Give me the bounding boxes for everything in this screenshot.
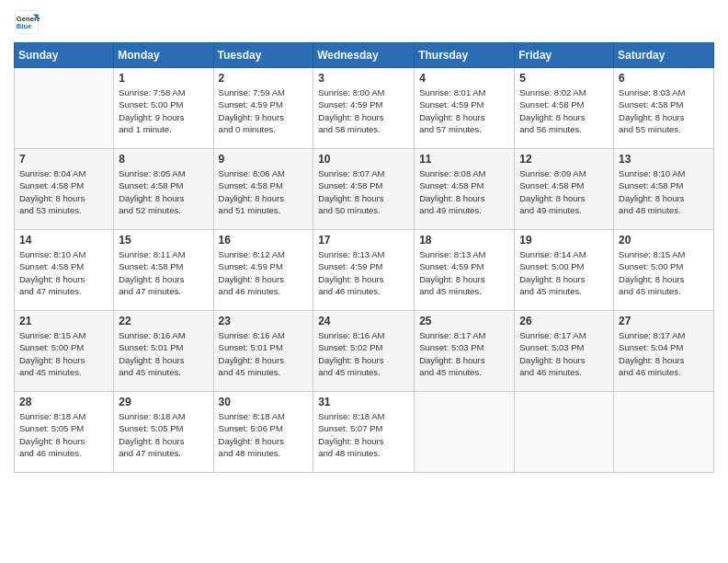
calendar-cell: 8Sunrise: 8:05 AM Sunset: 4:58 PM Daylig…: [114, 149, 213, 230]
day-number: 18: [419, 234, 509, 247]
day-number: 5: [519, 72, 609, 85]
calendar-week-row: 21Sunrise: 8:15 AM Sunset: 5:00 PM Dayli…: [15, 311, 714, 392]
calendar-cell: 10Sunrise: 8:07 AM Sunset: 4:58 PM Dayli…: [313, 149, 415, 230]
day-number: 19: [519, 234, 609, 247]
calendar-cell: 5Sunrise: 8:02 AM Sunset: 4:58 PM Daylig…: [515, 68, 614, 149]
day-number: 1: [119, 72, 208, 85]
calendar-cell: 20Sunrise: 8:15 AM Sunset: 5:00 PM Dayli…: [614, 230, 714, 311]
calendar-cell: 13Sunrise: 8:10 AM Sunset: 4:58 PM Dayli…: [614, 149, 714, 230]
day-number: 29: [119, 396, 208, 408]
day-info: Sunrise: 8:18 AM Sunset: 5:06 PM Dayligh…: [219, 410, 309, 459]
calendar-cell: 29Sunrise: 8:18 AM Sunset: 5:05 PM Dayli…: [114, 392, 213, 473]
page-header: General Blue: [14, 9, 714, 35]
svg-text:Blue: Blue: [17, 22, 32, 30]
calendar-week-row: 1Sunrise: 7:58 AM Sunset: 5:00 PM Daylig…: [15, 68, 714, 149]
calendar-cell: 26Sunrise: 8:17 AM Sunset: 5:03 PM Dayli…: [515, 311, 614, 392]
calendar-cell: 3Sunrise: 8:00 AM Sunset: 4:59 PM Daylig…: [313, 68, 415, 149]
day-number: 20: [619, 234, 709, 247]
day-info: Sunrise: 8:18 AM Sunset: 5:07 PM Dayligh…: [318, 410, 409, 459]
weekday-header-tuesday: Tuesday: [213, 43, 313, 68]
calendar-cell: 17Sunrise: 8:13 AM Sunset: 4:59 PM Dayli…: [313, 230, 415, 311]
day-info: Sunrise: 8:08 AM Sunset: 4:58 PM Dayligh…: [419, 167, 509, 216]
calendar-cell: 2Sunrise: 7:59 AM Sunset: 4:59 PM Daylig…: [213, 68, 313, 149]
day-number: 17: [318, 234, 409, 247]
day-info: Sunrise: 8:06 AM Sunset: 4:58 PM Dayligh…: [219, 167, 309, 216]
day-info: Sunrise: 8:18 AM Sunset: 5:05 PM Dayligh…: [119, 410, 208, 459]
day-info: Sunrise: 8:02 AM Sunset: 4:58 PM Dayligh…: [519, 86, 609, 135]
day-info: Sunrise: 8:17 AM Sunset: 5:03 PM Dayligh…: [519, 329, 609, 378]
day-info: Sunrise: 8:01 AM Sunset: 4:59 PM Dayligh…: [419, 86, 509, 135]
calendar-cell: 14Sunrise: 8:10 AM Sunset: 4:58 PM Dayli…: [15, 230, 114, 311]
calendar-week-row: 7Sunrise: 8:04 AM Sunset: 4:58 PM Daylig…: [15, 149, 714, 230]
day-number: 30: [219, 396, 309, 408]
day-number: 6: [619, 72, 709, 85]
calendar-cell: 23Sunrise: 8:16 AM Sunset: 5:01 PM Dayli…: [213, 311, 313, 392]
day-info: Sunrise: 8:18 AM Sunset: 5:05 PM Dayligh…: [19, 410, 108, 459]
calendar-cell: 27Sunrise: 8:17 AM Sunset: 5:04 PM Dayli…: [614, 311, 714, 392]
day-number: 22: [119, 315, 208, 327]
day-info: Sunrise: 8:05 AM Sunset: 4:58 PM Dayligh…: [119, 167, 208, 216]
day-number: 4: [419, 72, 509, 85]
calendar-cell: 11Sunrise: 8:08 AM Sunset: 4:58 PM Dayli…: [415, 149, 515, 230]
day-number: 28: [19, 396, 108, 408]
calendar-cell: 24Sunrise: 8:16 AM Sunset: 5:02 PM Dayli…: [313, 311, 415, 392]
day-info: Sunrise: 8:16 AM Sunset: 5:01 PM Dayligh…: [119, 329, 208, 378]
day-number: 24: [318, 315, 409, 327]
calendar-cell: 12Sunrise: 8:09 AM Sunset: 4:58 PM Dayli…: [515, 149, 614, 230]
weekday-header-wednesday: Wednesday: [313, 43, 415, 68]
calendar-cell: [415, 392, 515, 473]
day-number: 9: [219, 153, 309, 166]
day-info: Sunrise: 8:14 AM Sunset: 5:00 PM Dayligh…: [519, 248, 609, 297]
day-info: Sunrise: 8:11 AM Sunset: 4:58 PM Dayligh…: [119, 248, 208, 297]
day-info: Sunrise: 8:15 AM Sunset: 5:00 PM Dayligh…: [619, 248, 709, 297]
day-info: Sunrise: 8:15 AM Sunset: 5:00 PM Dayligh…: [19, 329, 108, 378]
calendar-cell: [15, 68, 114, 149]
day-number: 7: [19, 153, 108, 166]
logo-icon: General Blue: [14, 9, 40, 35]
calendar-cell: 9Sunrise: 8:06 AM Sunset: 4:58 PM Daylig…: [213, 149, 313, 230]
day-number: 10: [318, 153, 409, 166]
day-number: 27: [619, 315, 709, 327]
weekday-header-monday: Monday: [114, 43, 213, 68]
calendar-cell: 30Sunrise: 8:18 AM Sunset: 5:06 PM Dayli…: [213, 392, 313, 473]
day-info: Sunrise: 8:17 AM Sunset: 5:03 PM Dayligh…: [419, 329, 509, 378]
day-number: 12: [519, 153, 609, 166]
day-info: Sunrise: 8:13 AM Sunset: 4:59 PM Dayligh…: [419, 248, 509, 297]
day-number: 8: [119, 153, 208, 166]
calendar-cell: 25Sunrise: 8:17 AM Sunset: 5:03 PM Dayli…: [415, 311, 515, 392]
calendar-table: SundayMondayTuesdayWednesdayThursdayFrid…: [14, 42, 714, 473]
day-number: 14: [19, 234, 108, 247]
calendar-cell: 22Sunrise: 8:16 AM Sunset: 5:01 PM Dayli…: [114, 311, 213, 392]
calendar-cell: 7Sunrise: 8:04 AM Sunset: 4:58 PM Daylig…: [15, 149, 114, 230]
day-info: Sunrise: 8:16 AM Sunset: 5:02 PM Dayligh…: [318, 329, 409, 378]
calendar-cell: 21Sunrise: 8:15 AM Sunset: 5:00 PM Dayli…: [15, 311, 114, 392]
day-info: Sunrise: 8:04 AM Sunset: 4:58 PM Dayligh…: [19, 167, 108, 216]
day-info: Sunrise: 8:12 AM Sunset: 4:59 PM Dayligh…: [219, 248, 309, 297]
day-info: Sunrise: 8:16 AM Sunset: 5:01 PM Dayligh…: [219, 329, 309, 378]
day-info: Sunrise: 7:58 AM Sunset: 5:00 PM Dayligh…: [119, 86, 208, 135]
calendar-cell: 6Sunrise: 8:03 AM Sunset: 4:58 PM Daylig…: [614, 68, 714, 149]
day-info: Sunrise: 8:07 AM Sunset: 4:58 PM Dayligh…: [318, 167, 409, 216]
weekday-header-friday: Friday: [515, 43, 614, 68]
weekday-header-saturday: Saturday: [614, 43, 714, 68]
day-number: 25: [419, 315, 509, 327]
day-number: 31: [318, 396, 409, 408]
day-number: 21: [19, 315, 108, 327]
day-number: 2: [219, 72, 309, 85]
calendar-cell: 19Sunrise: 8:14 AM Sunset: 5:00 PM Dayli…: [515, 230, 614, 311]
day-number: 3: [318, 72, 409, 85]
day-info: Sunrise: 8:00 AM Sunset: 4:59 PM Dayligh…: [318, 86, 409, 135]
day-number: 26: [519, 315, 609, 327]
day-number: 23: [219, 315, 309, 327]
calendar-cell: [515, 392, 614, 473]
calendar-cell: 16Sunrise: 8:12 AM Sunset: 4:59 PM Dayli…: [213, 230, 313, 311]
logo: General Blue: [14, 9, 43, 35]
calendar-cell: 15Sunrise: 8:11 AM Sunset: 4:58 PM Dayli…: [114, 230, 213, 311]
day-number: 15: [119, 234, 208, 247]
day-info: Sunrise: 8:17 AM Sunset: 5:04 PM Dayligh…: [619, 329, 709, 378]
calendar-header-row: SundayMondayTuesdayWednesdayThursdayFrid…: [15, 43, 714, 68]
calendar-cell: 1Sunrise: 7:58 AM Sunset: 5:00 PM Daylig…: [114, 68, 213, 149]
day-info: Sunrise: 8:13 AM Sunset: 4:59 PM Dayligh…: [318, 248, 409, 297]
day-info: Sunrise: 8:03 AM Sunset: 4:58 PM Dayligh…: [619, 86, 709, 135]
calendar-week-row: 14Sunrise: 8:10 AM Sunset: 4:58 PM Dayli…: [15, 230, 714, 311]
